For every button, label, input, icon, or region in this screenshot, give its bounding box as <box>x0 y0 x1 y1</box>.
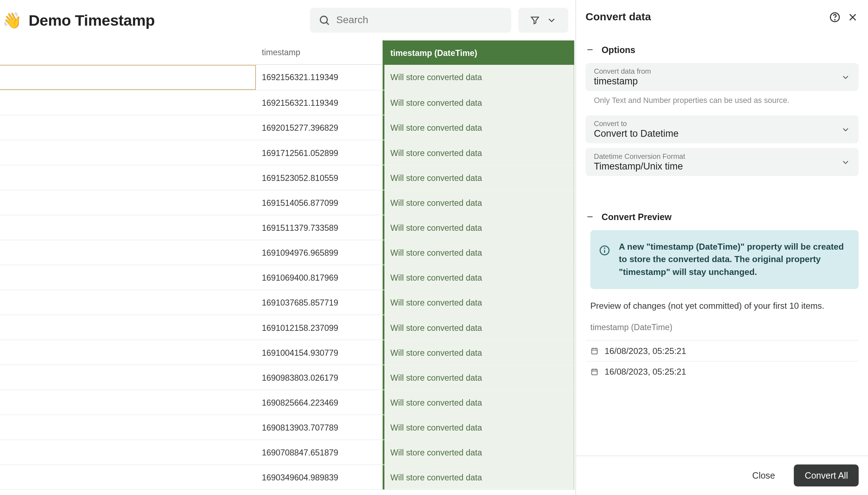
table-row[interactable]: 1691069400.817969Will store converted da… <box>0 265 575 290</box>
preview-label: Convert Preview <box>601 212 671 222</box>
info-icon <box>599 244 610 256</box>
table-row[interactable]: 1691511379.733589Will store converted da… <box>0 215 575 240</box>
row-selector-cell[interactable] <box>0 390 256 415</box>
data-table: timestamp timestamp (DateTime) 169215632… <box>0 41 575 490</box>
timestamp-new-cell: Will store converted data <box>383 265 574 290</box>
row-selector-cell[interactable] <box>0 140 256 165</box>
table-row[interactable]: 1691094976.965899Will store converted da… <box>0 240 575 265</box>
table-row[interactable]: 1690349604.989839Will store converted da… <box>0 465 575 490</box>
timestamp-cell[interactable]: 1690983803.026179 <box>256 365 383 389</box>
timestamp-new-cell: Will store converted data <box>383 340 574 364</box>
timestamp-cell[interactable]: 1690708847.651879 <box>256 440 383 464</box>
format-value: Timestamp/Unix time <box>594 161 841 172</box>
minus-icon <box>585 212 594 221</box>
options-section-head[interactable]: Options <box>585 45 859 54</box>
table-row[interactable]: 1691004154.930779Will store converted da… <box>0 340 575 365</box>
timestamp-cell[interactable]: 1690813903.707789 <box>256 415 383 439</box>
convert-panel: Convert data Options Convert data from t… <box>575 0 868 495</box>
row-selector-cell[interactable] <box>0 465 256 489</box>
table-row[interactable]: 1691037685.857719Will store converted da… <box>0 290 575 315</box>
timestamp-cell[interactable]: 1691069400.817969 <box>256 265 383 290</box>
convert-to-label: Convert to <box>594 120 841 128</box>
timestamp-cell[interactable]: 1692156321.119349 <box>256 65 383 90</box>
convert-to-select[interactable]: Convert to Convert to Datetime <box>585 115 859 143</box>
table-row[interactable]: 1692015277.396829Will store converted da… <box>0 115 575 140</box>
timestamp-cell[interactable]: 1691523052.810559 <box>256 165 383 189</box>
preview-section-head[interactable]: Convert Preview <box>585 212 859 222</box>
close-button[interactable]: Close <box>743 464 785 486</box>
row-selector-cell[interactable] <box>0 415 256 439</box>
search-input[interactable] <box>336 14 503 26</box>
timestamp-cell[interactable]: 1692156321.119349 <box>256 90 383 115</box>
preview-note: Preview of changes (not yet committed) o… <box>585 301 859 322</box>
format-select[interactable]: Datetime Conversion Format Timestamp/Uni… <box>585 148 859 176</box>
convert-to-value: Convert to Datetime <box>594 129 841 139</box>
filter-icon <box>529 15 540 26</box>
wave-emoji: 👋 <box>2 11 21 30</box>
timestamp-new-cell: Will store converted data <box>383 65 574 90</box>
row-selector-cell[interactable] <box>0 90 256 115</box>
timestamp-new-cell: Will store converted data <box>383 140 574 165</box>
options-label: Options <box>601 45 635 54</box>
row-selector-cell[interactable] <box>0 190 256 214</box>
svg-rect-11 <box>592 349 598 354</box>
table-row[interactable]: 1690813903.707789Will store converted da… <box>0 415 575 440</box>
svg-point-10 <box>604 248 605 248</box>
info-box: A new "timestamp (DateTime)" property wi… <box>590 230 859 289</box>
table-row[interactable]: 1690983803.026179Will store converted da… <box>0 365 575 390</box>
row-selector-cell[interactable] <box>0 365 256 389</box>
timestamp-cell[interactable]: 1691004154.930779 <box>256 340 383 364</box>
search-box[interactable] <box>310 8 511 33</box>
timestamp-cell[interactable]: 1690825664.223469 <box>256 390 383 415</box>
column-header-timestamp[interactable]: timestamp <box>256 41 383 65</box>
timestamp-cell[interactable]: 1691511379.733589 <box>256 215 383 240</box>
table-row[interactable]: 1691012158.237099Will store converted da… <box>0 315 575 340</box>
table-row[interactable]: 1690825664.223469Will store converted da… <box>0 390 575 415</box>
row-selector-cell[interactable] <box>0 340 256 364</box>
format-label: Datetime Conversion Format <box>594 152 841 161</box>
info-text: A new "timestamp (DateTime)" property wi… <box>619 241 848 278</box>
table-row[interactable]: 1691712561.052899Will store converted da… <box>0 140 575 165</box>
close-icon[interactable] <box>847 11 858 23</box>
row-selector-cell[interactable] <box>0 240 256 265</box>
svg-point-3 <box>835 19 835 20</box>
help-icon[interactable] <box>829 11 841 23</box>
table-row[interactable]: 1691523052.810559Will store converted da… <box>0 165 575 190</box>
column-header-timestamp-new[interactable]: timestamp (DateTime) <box>383 41 574 65</box>
table-row[interactable]: 1690708847.651879Will store converted da… <box>0 440 575 465</box>
svg-point-0 <box>320 16 327 23</box>
page-title: Demo Timestamp <box>29 11 155 30</box>
timestamp-new-cell: Will store converted data <box>383 440 574 464</box>
timestamp-cell[interactable]: 1691712561.052899 <box>256 140 383 165</box>
timestamp-cell[interactable]: 1692015277.396829 <box>256 115 383 140</box>
filter-button[interactable] <box>518 8 568 33</box>
convert-from-label: Convert data from <box>594 67 841 75</box>
preview-row: 16/08/2023, 05:25:21 <box>585 361 859 382</box>
timestamp-new-cell: Will store converted data <box>383 365 574 389</box>
row-selector-cell[interactable] <box>0 165 256 189</box>
timestamp-cell[interactable]: 1691514056.877099 <box>256 190 383 214</box>
calendar-icon <box>590 368 599 376</box>
calendar-icon <box>590 347 599 355</box>
row-selector-cell[interactable] <box>0 215 256 240</box>
convert-from-value: timestamp <box>594 76 841 87</box>
table-row[interactable]: 1691514056.877099Will store converted da… <box>0 190 575 215</box>
timestamp-cell[interactable]: 1690349604.989839 <box>256 465 383 489</box>
timestamp-new-cell: Will store converted data <box>383 415 574 439</box>
row-selector-cell[interactable] <box>0 440 256 464</box>
svg-line-1 <box>326 22 329 25</box>
timestamp-cell[interactable]: 1691037685.857719 <box>256 290 383 314</box>
row-selector-cell[interactable] <box>0 65 256 90</box>
row-selector-cell[interactable] <box>0 315 256 339</box>
timestamp-new-cell: Will store converted data <box>383 90 574 115</box>
row-selector-cell[interactable] <box>0 265 256 290</box>
convert-from-select[interactable]: Convert data from timestamp <box>585 63 859 91</box>
timestamp-cell[interactable]: 1691094976.965899 <box>256 240 383 265</box>
row-selector-cell[interactable] <box>0 115 256 140</box>
convert-all-button[interactable]: Convert All <box>794 464 859 486</box>
table-row[interactable]: 1692156321.119349Will store converted da… <box>0 65 575 90</box>
table-row[interactable]: 1692156321.119349Will store converted da… <box>0 90 575 115</box>
search-icon <box>318 14 330 26</box>
timestamp-cell[interactable]: 1691012158.237099 <box>256 315 383 339</box>
row-selector-cell[interactable] <box>0 290 256 314</box>
